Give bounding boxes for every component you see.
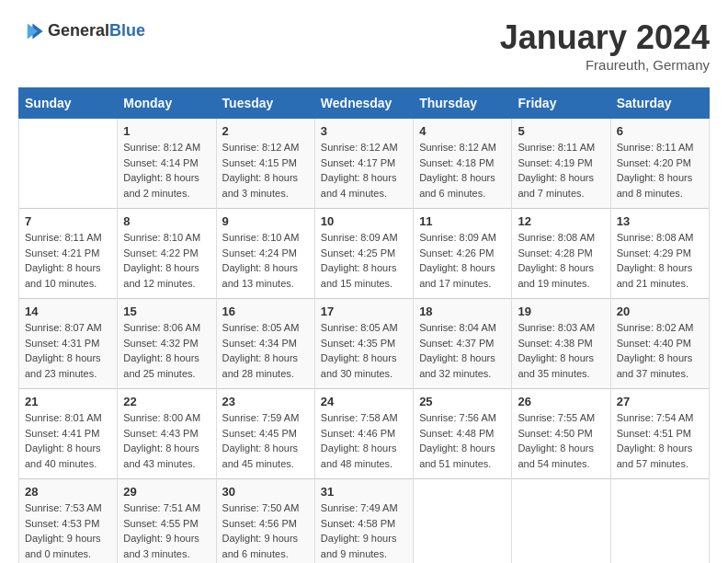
daylight-text: Daylight: 8 hours and 21 minutes. xyxy=(617,262,693,289)
cell-info: Sunrise: 8:08 AM Sunset: 4:28 PM Dayligh… xyxy=(518,230,604,291)
day-number: 29 xyxy=(123,485,210,499)
sunset-text: Sunset: 4:15 PM xyxy=(222,157,297,168)
calendar-cell: 28 Sunrise: 7:53 AM Sunset: 4:53 PM Dayl… xyxy=(19,479,118,564)
sunset-text: Sunset: 4:19 PM xyxy=(518,157,592,168)
sunrise-text: Sunrise: 7:54 AM xyxy=(617,412,694,423)
sunset-text: Sunset: 4:41 PM xyxy=(25,428,99,439)
daylight-text: Daylight: 8 hours and 32 minutes. xyxy=(419,352,495,379)
sunset-text: Sunset: 4:29 PM xyxy=(617,247,691,259)
day-number: 14 xyxy=(25,304,111,318)
sunset-text: Sunset: 4:18 PM xyxy=(419,157,494,168)
location-subtitle: Fraureuth, Germany xyxy=(500,57,710,73)
cell-info: Sunrise: 8:03 AM Sunset: 4:38 PM Dayligh… xyxy=(518,320,604,381)
daylight-text: Daylight: 9 hours and 6 minutes. xyxy=(222,533,299,559)
sunrise-text: Sunrise: 8:10 AM xyxy=(123,232,200,243)
sunset-text: Sunset: 4:56 PM xyxy=(222,518,297,529)
header-thursday: Thursday xyxy=(414,88,512,119)
day-number: 7 xyxy=(25,214,111,228)
sunrise-text: Sunrise: 7:53 AM xyxy=(25,502,102,513)
calendar-cell: 27 Sunrise: 7:54 AM Sunset: 4:51 PM Dayl… xyxy=(610,389,709,479)
sunrise-text: Sunrise: 8:02 AM xyxy=(617,322,694,333)
sunrise-text: Sunrise: 8:09 AM xyxy=(419,232,496,243)
sunset-text: Sunset: 4:43 PM xyxy=(123,428,198,439)
sunrise-text: Sunrise: 7:49 AM xyxy=(321,502,398,513)
day-number: 23 xyxy=(222,395,309,408)
header-sunday: Sunday xyxy=(19,88,118,119)
logo: General Blue xyxy=(18,18,145,44)
cell-info: Sunrise: 8:07 AM Sunset: 4:31 PM Dayligh… xyxy=(25,320,111,381)
day-number: 21 xyxy=(25,395,111,408)
calendar-cell xyxy=(610,479,709,564)
cell-info: Sunrise: 8:10 AM Sunset: 4:22 PM Dayligh… xyxy=(123,230,210,291)
sunset-text: Sunset: 4:55 PM xyxy=(123,518,198,529)
sunrise-text: Sunrise: 8:12 AM xyxy=(123,142,200,153)
sunset-text: Sunset: 4:37 PM xyxy=(419,338,494,349)
calendar-cell: 16 Sunrise: 8:05 AM Sunset: 4:34 PM Dayl… xyxy=(216,299,314,389)
daylight-text: Daylight: 8 hours and 17 minutes. xyxy=(419,262,495,289)
cell-info: Sunrise: 8:09 AM Sunset: 4:25 PM Dayligh… xyxy=(321,230,407,291)
cell-info: Sunrise: 8:02 AM Sunset: 4:40 PM Dayligh… xyxy=(617,320,703,381)
day-number: 27 xyxy=(617,395,703,408)
daylight-text: Daylight: 8 hours and 45 minutes. xyxy=(222,442,299,469)
daylight-text: Daylight: 8 hours and 57 minutes. xyxy=(617,442,693,469)
cell-info: Sunrise: 8:06 AM Sunset: 4:32 PM Dayligh… xyxy=(123,320,210,381)
calendar-cell: 9 Sunrise: 8:10 AM Sunset: 4:24 PM Dayli… xyxy=(216,209,314,299)
calendar-cell: 7 Sunrise: 8:11 AM Sunset: 4:21 PM Dayli… xyxy=(19,209,118,299)
week-row-2: 14 Sunrise: 8:07 AM Sunset: 4:31 PM Dayl… xyxy=(19,299,710,389)
sunset-text: Sunset: 4:53 PM xyxy=(25,518,99,529)
daylight-text: Daylight: 8 hours and 40 minutes. xyxy=(25,442,101,469)
sunrise-text: Sunrise: 7:50 AM xyxy=(222,502,300,513)
sunrise-text: Sunrise: 8:12 AM xyxy=(419,142,496,153)
sunrise-text: Sunrise: 8:10 AM xyxy=(222,232,300,243)
calendar-cell: 18 Sunrise: 8:04 AM Sunset: 4:37 PM Dayl… xyxy=(414,299,512,389)
cell-info: Sunrise: 8:12 AM Sunset: 4:18 PM Dayligh… xyxy=(419,140,506,201)
calendar-cell: 20 Sunrise: 8:02 AM Sunset: 4:40 PM Dayl… xyxy=(610,299,709,389)
day-number: 26 xyxy=(518,395,604,408)
header-tuesday: Tuesday xyxy=(216,88,314,119)
sunset-text: Sunset: 4:31 PM xyxy=(25,338,99,349)
day-number: 18 xyxy=(419,304,506,318)
day-number: 19 xyxy=(518,304,604,318)
sunset-text: Sunset: 4:35 PM xyxy=(321,338,395,349)
calendar-cell: 22 Sunrise: 8:00 AM Sunset: 4:43 PM Dayl… xyxy=(118,389,216,479)
day-number: 16 xyxy=(222,304,309,318)
cell-info: Sunrise: 8:01 AM Sunset: 4:41 PM Dayligh… xyxy=(25,410,111,471)
calendar-table: Sunday Monday Tuesday Wednesday Thursday… xyxy=(18,87,710,563)
day-number: 20 xyxy=(617,304,703,318)
calendar-cell: 12 Sunrise: 8:08 AM Sunset: 4:28 PM Dayl… xyxy=(512,209,610,299)
sunset-text: Sunset: 4:26 PM xyxy=(419,247,494,259)
day-number: 28 xyxy=(25,485,111,499)
cell-info: Sunrise: 8:00 AM Sunset: 4:43 PM Dayligh… xyxy=(123,410,210,471)
sunset-text: Sunset: 4:34 PM xyxy=(222,338,297,349)
cell-info: Sunrise: 7:51 AM Sunset: 4:55 PM Dayligh… xyxy=(123,500,210,561)
logo-text: General Blue xyxy=(48,22,145,40)
week-row-1: 7 Sunrise: 8:11 AM Sunset: 4:21 PM Dayli… xyxy=(19,209,710,299)
week-row-4: 28 Sunrise: 7:53 AM Sunset: 4:53 PM Dayl… xyxy=(19,479,710,564)
sunrise-text: Sunrise: 8:05 AM xyxy=(222,322,300,333)
header-friday: Friday xyxy=(512,88,610,119)
calendar-cell xyxy=(19,119,118,209)
day-number: 17 xyxy=(321,304,407,318)
cell-info: Sunrise: 7:55 AM Sunset: 4:50 PM Dayligh… xyxy=(518,410,604,471)
header-saturday: Saturday xyxy=(610,88,709,119)
day-number: 9 xyxy=(222,214,309,228)
cell-info: Sunrise: 7:59 AM Sunset: 4:45 PM Dayligh… xyxy=(222,410,309,471)
sunrise-text: Sunrise: 8:12 AM xyxy=(222,142,300,153)
daylight-text: Daylight: 8 hours and 10 minutes. xyxy=(25,262,101,289)
day-number: 10 xyxy=(321,214,407,228)
cell-info: Sunrise: 8:11 AM Sunset: 4:20 PM Dayligh… xyxy=(617,140,703,201)
sunset-text: Sunset: 4:51 PM xyxy=(617,428,691,439)
sunset-text: Sunset: 4:20 PM xyxy=(617,157,691,168)
sunset-text: Sunset: 4:40 PM xyxy=(617,338,691,349)
sunrise-text: Sunrise: 7:55 AM xyxy=(518,412,595,423)
sunrise-text: Sunrise: 8:06 AM xyxy=(123,322,200,333)
sunset-text: Sunset: 4:58 PM xyxy=(321,518,395,529)
calendar-cell: 1 Sunrise: 8:12 AM Sunset: 4:14 PM Dayli… xyxy=(118,119,216,209)
daylight-text: Daylight: 9 hours and 0 minutes. xyxy=(25,533,101,559)
day-number: 15 xyxy=(123,304,210,318)
daylight-text: Daylight: 8 hours and 13 minutes. xyxy=(222,262,299,289)
sunset-text: Sunset: 4:38 PM xyxy=(518,338,592,349)
calendar-cell: 23 Sunrise: 7:59 AM Sunset: 4:45 PM Dayl… xyxy=(216,389,314,479)
daylight-text: Daylight: 8 hours and 28 minutes. xyxy=(222,352,299,379)
cell-info: Sunrise: 7:54 AM Sunset: 4:51 PM Dayligh… xyxy=(617,410,703,471)
